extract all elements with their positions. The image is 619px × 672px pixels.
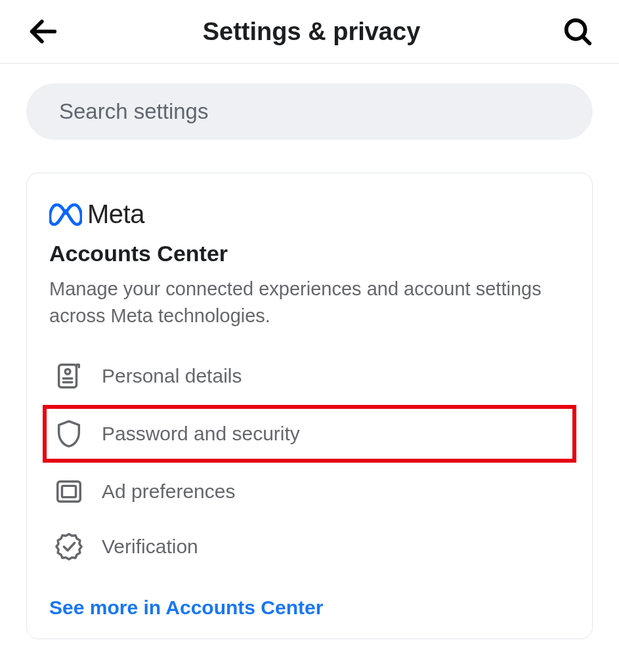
personal-details-item[interactable]: Personal details bbox=[49, 348, 570, 404]
accounts-center-list: Personal details Password and security A… bbox=[49, 348, 570, 574]
verification-badge-icon bbox=[53, 531, 85, 562]
page-title: Settings & privacy bbox=[60, 18, 563, 46]
arrow-left-icon bbox=[26, 14, 60, 49]
back-button[interactable] bbox=[26, 14, 60, 49]
meta-brand: Meta bbox=[49, 200, 570, 229]
accounts-center-card: Meta Accounts Center Manage your connect… bbox=[26, 173, 593, 639]
list-item-label: Personal details bbox=[102, 365, 242, 387]
header: Settings & privacy bbox=[0, 0, 619, 64]
list-item-label: Password and security bbox=[102, 423, 300, 445]
svg-line-2 bbox=[583, 37, 590, 44]
shield-icon bbox=[53, 418, 85, 450]
search-button[interactable] bbox=[563, 16, 593, 47]
svg-rect-8 bbox=[62, 486, 75, 497]
ad-preferences-icon bbox=[53, 476, 85, 507]
card-description: Manage your connected experiences and ac… bbox=[49, 276, 570, 329]
see-more-link[interactable]: See more in Accounts Center bbox=[49, 597, 570, 619]
verification-item[interactable]: Verification bbox=[49, 519, 570, 574]
meta-logo-icon bbox=[49, 203, 82, 226]
personal-details-icon bbox=[53, 360, 85, 392]
search-container bbox=[0, 64, 619, 140]
svg-point-4 bbox=[65, 369, 70, 375]
password-security-item[interactable]: Password and security bbox=[43, 405, 576, 463]
list-item-label: Verification bbox=[102, 536, 198, 558]
ad-preferences-item[interactable]: Ad preferences bbox=[49, 464, 570, 519]
list-item-label: Ad preferences bbox=[102, 480, 235, 503]
card-title: Accounts Center bbox=[49, 241, 570, 266]
search-icon bbox=[563, 16, 593, 47]
search-settings-input[interactable] bbox=[26, 83, 593, 140]
meta-brand-text: Meta bbox=[87, 200, 144, 229]
